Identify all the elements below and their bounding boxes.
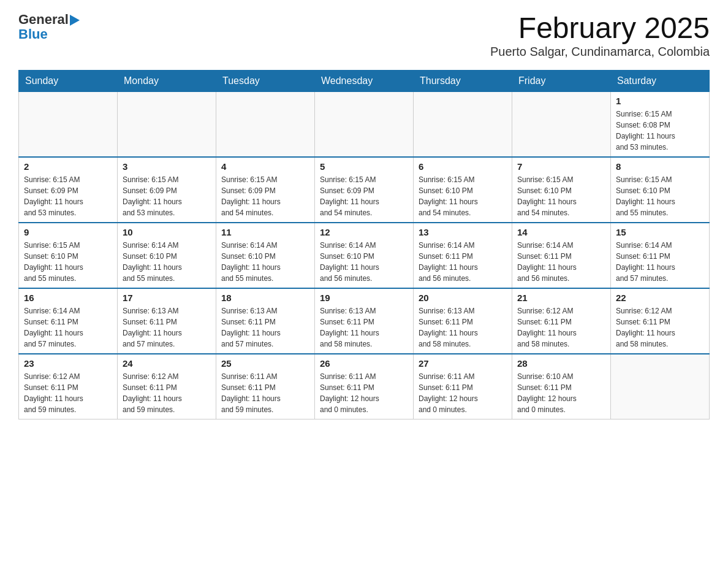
day-number: 19 [320, 293, 408, 303]
day-info: Sunrise: 6:12 AMSunset: 6:11 PMDaylight:… [616, 305, 704, 350]
logo-blue: Blue [18, 27, 48, 42]
day-info: Sunrise: 6:11 AMSunset: 6:11 PMDaylight:… [320, 371, 408, 415]
day-number: 12 [320, 227, 408, 237]
day-number: 14 [517, 227, 605, 237]
day-info: Sunrise: 6:15 AMSunset: 6:09 PMDaylight:… [24, 174, 112, 218]
week-row-3: 9Sunrise: 6:15 AMSunset: 6:10 PMDaylight… [19, 223, 710, 288]
calendar-cell: 1Sunrise: 6:15 AMSunset: 6:08 PMDaylight… [611, 91, 710, 157]
day-info: Sunrise: 6:13 AMSunset: 6:11 PMDaylight:… [221, 305, 309, 350]
day-number: 13 [419, 227, 507, 237]
day-info: Sunrise: 6:13 AMSunset: 6:11 PMDaylight:… [419, 305, 507, 350]
calendar-cell: 13Sunrise: 6:14 AMSunset: 6:11 PMDayligh… [414, 223, 512, 288]
day-info: Sunrise: 6:14 AMSunset: 6:11 PMDaylight:… [517, 240, 605, 284]
calendar-cell [216, 91, 315, 157]
day-info: Sunrise: 6:15 AMSunset: 6:08 PMDaylight:… [616, 109, 704, 153]
day-number: 2 [24, 161, 112, 172]
svg-marker-0 [70, 15, 80, 26]
logo-arrow-icon [70, 15, 80, 26]
day-info: Sunrise: 6:14 AMSunset: 6:10 PMDaylight:… [221, 240, 309, 284]
day-number: 17 [123, 293, 211, 303]
day-info: Sunrise: 6:12 AMSunset: 6:11 PMDaylight:… [517, 305, 605, 350]
day-info: Sunrise: 6:15 AMSunset: 6:10 PMDaylight:… [517, 174, 605, 218]
weekday-header-row: SundayMondayTuesdayWednesdayThursdayFrid… [19, 70, 710, 91]
page-header: General Blue February 2025 Puerto Salgar… [18, 12, 710, 59]
calendar-body: 1Sunrise: 6:15 AMSunset: 6:08 PMDaylight… [19, 91, 710, 419]
day-number: 16 [24, 293, 112, 303]
day-info: Sunrise: 6:15 AMSunset: 6:10 PMDaylight:… [419, 174, 507, 218]
title-block: February 2025 Puerto Salgar, Cundinamarc… [490, 12, 710, 59]
calendar-cell: 4Sunrise: 6:15 AMSunset: 6:09 PMDaylight… [216, 157, 315, 223]
calendar-cell [512, 91, 611, 157]
day-info: Sunrise: 6:14 AMSunset: 6:11 PMDaylight:… [419, 240, 507, 284]
day-number: 10 [123, 227, 211, 237]
logo: General Blue [18, 12, 80, 42]
page-title: February 2025 [490, 12, 710, 45]
weekday-header-sunday: Sunday [19, 70, 118, 91]
page-subtitle: Puerto Salgar, Cundinamarca, Colombia [490, 45, 710, 59]
calendar-cell: 25Sunrise: 6:11 AMSunset: 6:11 PMDayligh… [216, 354, 315, 419]
day-number: 4 [221, 161, 309, 172]
day-info: Sunrise: 6:15 AMSunset: 6:09 PMDaylight:… [320, 174, 408, 218]
day-number: 15 [616, 227, 704, 237]
day-info: Sunrise: 6:13 AMSunset: 6:11 PMDaylight:… [123, 305, 211, 350]
day-info: Sunrise: 6:14 AMSunset: 6:11 PMDaylight:… [616, 240, 704, 284]
calendar-table: SundayMondayTuesdayWednesdayThursdayFrid… [18, 70, 710, 419]
calendar-cell: 7Sunrise: 6:15 AMSunset: 6:10 PMDaylight… [512, 157, 611, 223]
calendar-cell: 21Sunrise: 6:12 AMSunset: 6:11 PMDayligh… [512, 288, 611, 354]
day-info: Sunrise: 6:13 AMSunset: 6:11 PMDaylight:… [320, 305, 408, 350]
weekday-header-wednesday: Wednesday [315, 70, 414, 91]
calendar-cell: 12Sunrise: 6:14 AMSunset: 6:10 PMDayligh… [315, 223, 414, 288]
day-number: 6 [419, 161, 507, 172]
week-row-1: 1Sunrise: 6:15 AMSunset: 6:08 PMDaylight… [19, 91, 710, 157]
calendar-cell [611, 354, 710, 419]
calendar-cell: 24Sunrise: 6:12 AMSunset: 6:11 PMDayligh… [118, 354, 216, 419]
calendar-cell: 14Sunrise: 6:14 AMSunset: 6:11 PMDayligh… [512, 223, 611, 288]
day-number: 18 [221, 293, 309, 303]
day-number: 28 [517, 358, 605, 369]
day-info: Sunrise: 6:15 AMSunset: 6:09 PMDaylight:… [123, 174, 211, 218]
weekday-header-thursday: Thursday [414, 70, 512, 91]
calendar-cell [315, 91, 414, 157]
calendar-cell: 28Sunrise: 6:10 AMSunset: 6:11 PMDayligh… [512, 354, 611, 419]
calendar-cell: 8Sunrise: 6:15 AMSunset: 6:10 PMDaylight… [611, 157, 710, 223]
day-info: Sunrise: 6:12 AMSunset: 6:11 PMDaylight:… [24, 371, 112, 415]
day-number: 25 [221, 358, 309, 369]
weekday-header-saturday: Saturday [611, 70, 710, 91]
calendar-cell [19, 91, 118, 157]
day-info: Sunrise: 6:11 AMSunset: 6:11 PMDaylight:… [221, 371, 309, 415]
logo-general: General [18, 12, 69, 27]
day-number: 8 [616, 161, 704, 172]
day-number: 24 [123, 358, 211, 369]
day-info: Sunrise: 6:15 AMSunset: 6:09 PMDaylight:… [221, 174, 309, 218]
weekday-header-monday: Monday [118, 70, 216, 91]
weekday-header-friday: Friday [512, 70, 611, 91]
week-row-4: 16Sunrise: 6:14 AMSunset: 6:11 PMDayligh… [19, 288, 710, 354]
week-row-5: 23Sunrise: 6:12 AMSunset: 6:11 PMDayligh… [19, 354, 710, 419]
calendar-cell: 2Sunrise: 6:15 AMSunset: 6:09 PMDaylight… [19, 157, 118, 223]
calendar-cell: 27Sunrise: 6:11 AMSunset: 6:11 PMDayligh… [414, 354, 512, 419]
day-info: Sunrise: 6:11 AMSunset: 6:11 PMDaylight:… [419, 371, 507, 415]
calendar-cell: 26Sunrise: 6:11 AMSunset: 6:11 PMDayligh… [315, 354, 414, 419]
day-number: 27 [419, 358, 507, 369]
day-info: Sunrise: 6:15 AMSunset: 6:10 PMDaylight:… [616, 174, 704, 218]
week-row-2: 2Sunrise: 6:15 AMSunset: 6:09 PMDaylight… [19, 157, 710, 223]
calendar-cell: 23Sunrise: 6:12 AMSunset: 6:11 PMDayligh… [19, 354, 118, 419]
day-number: 5 [320, 161, 408, 172]
day-number: 1 [616, 96, 704, 106]
day-number: 7 [517, 161, 605, 172]
day-number: 22 [616, 293, 704, 303]
day-number: 9 [24, 227, 112, 237]
day-info: Sunrise: 6:14 AMSunset: 6:10 PMDaylight:… [123, 240, 211, 284]
calendar-cell: 16Sunrise: 6:14 AMSunset: 6:11 PMDayligh… [19, 288, 118, 354]
day-number: 11 [221, 227, 309, 237]
calendar-cell: 20Sunrise: 6:13 AMSunset: 6:11 PMDayligh… [414, 288, 512, 354]
calendar-cell: 18Sunrise: 6:13 AMSunset: 6:11 PMDayligh… [216, 288, 315, 354]
calendar-cell: 15Sunrise: 6:14 AMSunset: 6:11 PMDayligh… [611, 223, 710, 288]
calendar-cell: 5Sunrise: 6:15 AMSunset: 6:09 PMDaylight… [315, 157, 414, 223]
day-info: Sunrise: 6:15 AMSunset: 6:10 PMDaylight:… [24, 240, 112, 284]
day-number: 20 [419, 293, 507, 303]
calendar-cell: 22Sunrise: 6:12 AMSunset: 6:11 PMDayligh… [611, 288, 710, 354]
day-number: 23 [24, 358, 112, 369]
day-info: Sunrise: 6:14 AMSunset: 6:11 PMDaylight:… [24, 305, 112, 350]
calendar-cell: 10Sunrise: 6:14 AMSunset: 6:10 PMDayligh… [118, 223, 216, 288]
